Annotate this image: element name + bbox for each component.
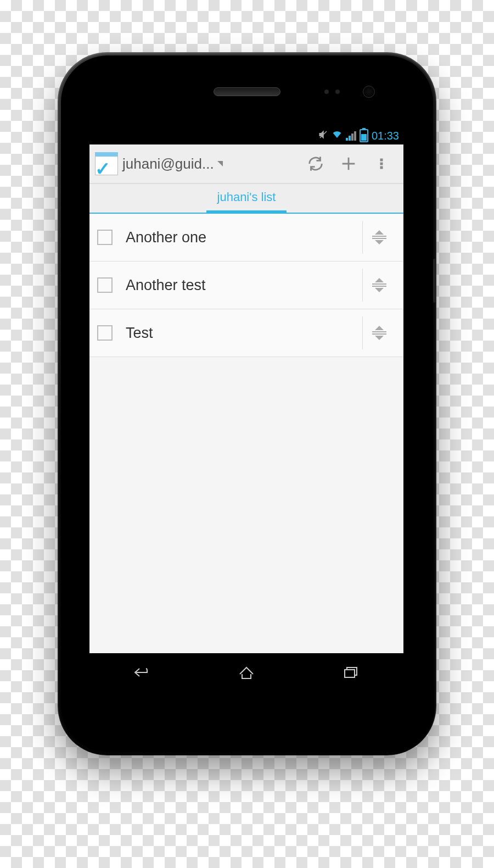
add-button[interactable] (332, 147, 365, 180)
dropdown-icon (217, 161, 223, 166)
status-bar: 01:33 (89, 127, 403, 144)
drag-handle-icon[interactable] (362, 316, 396, 349)
battery-icon (360, 129, 368, 142)
account-spinner[interactable]: juhani@guid... (122, 155, 214, 173)
task-list: Another one Another test Test (89, 214, 403, 357)
drag-handle-icon[interactable] (362, 269, 396, 302)
list-item[interactable]: Test (89, 309, 403, 357)
phone-camera (363, 86, 375, 98)
tab-bar: juhani's list (89, 184, 403, 214)
signal-icon (346, 131, 356, 141)
svg-rect-0 (380, 159, 383, 161)
action-bar: ✓ juhani@guid... (89, 144, 403, 184)
wifi-icon (332, 130, 343, 142)
clock: 01:33 (372, 130, 399, 142)
svg-rect-2 (380, 166, 383, 169)
item-label: Test (126, 325, 362, 342)
svg-rect-3 (345, 670, 355, 677)
phone-power-button (433, 259, 436, 303)
nav-bar (89, 653, 403, 692)
item-label: Another test (126, 277, 362, 294)
checkbox[interactable] (97, 230, 113, 245)
phone-frame: 01:33 ✓ juhani@guid... (58, 52, 436, 755)
drag-handle-icon[interactable] (362, 221, 396, 254)
recents-button[interactable] (329, 661, 373, 683)
svg-rect-1 (380, 163, 383, 165)
item-label: Another one (126, 229, 362, 246)
phone-sensor (324, 90, 329, 94)
checkbox[interactable] (97, 325, 113, 341)
refresh-button[interactable] (299, 147, 332, 180)
tab-active[interactable]: juhani's list (206, 184, 287, 214)
phone-sensor (335, 90, 340, 94)
app-icon[interactable]: ✓ (95, 152, 118, 175)
home-button[interactable] (224, 661, 268, 683)
list-item[interactable]: Another test (89, 261, 403, 309)
checkbox[interactable] (97, 277, 113, 293)
back-button[interactable] (120, 661, 164, 683)
phone-speaker (214, 87, 280, 96)
phone-body: 01:33 ✓ juhani@guid... (61, 55, 433, 752)
screen: 01:33 ✓ juhani@guid... (89, 127, 403, 654)
list-item[interactable]: Another one (89, 214, 403, 261)
overflow-menu-button[interactable] (365, 147, 398, 180)
mute-icon (318, 130, 328, 142)
